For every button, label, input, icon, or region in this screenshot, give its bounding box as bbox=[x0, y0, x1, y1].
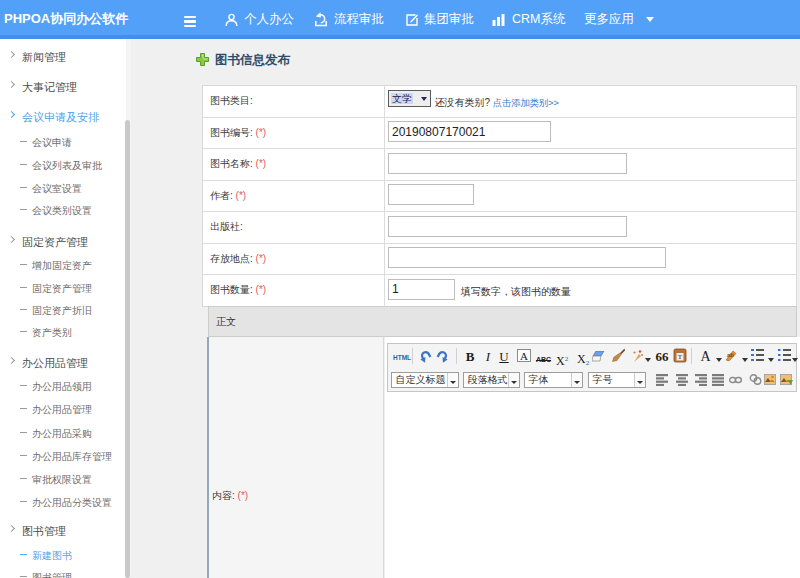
svg-text:ab: ab bbox=[727, 352, 734, 358]
svg-text:T: T bbox=[678, 353, 683, 361]
